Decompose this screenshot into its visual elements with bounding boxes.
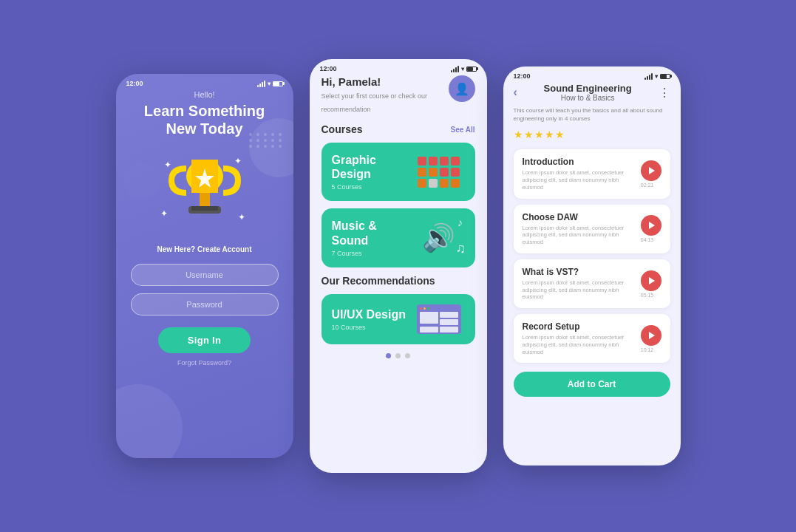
- sparkle-icon: ✦: [234, 156, 242, 166]
- lesson-title: Record Setup: [523, 321, 633, 332]
- course-title: Music & Sound: [332, 219, 413, 247]
- login-body: Hello! Learn Something New Today ✦ ✦ ✦ ✦: [116, 90, 293, 452]
- add-to-cart-button[interactable]: Add to Cart: [514, 372, 670, 397]
- sparkle-icon: ✦: [164, 160, 171, 170]
- sparkle-icon: ✦: [238, 212, 245, 222]
- lesson-item[interactable]: Introduction Lorem ipsum dolor sit amet,…: [514, 149, 670, 198]
- course-card-info: Music & Sound 7 Courses: [332, 219, 413, 256]
- greeting-subtitle: Select your first course or check ourrec…: [322, 92, 428, 113]
- status-time-1: 12:00: [126, 80, 143, 87]
- forgot-password-link[interactable]: Forgot Password?: [177, 359, 231, 366]
- lesson-duration: 04:13: [641, 237, 654, 242]
- course-card-info: Graphic Design 5 Courses: [332, 153, 413, 191]
- trophy-illustration: ✦ ✦ ✦ ✦: [160, 152, 249, 233]
- courses-body: Hi, Pamela! Select your first course or …: [310, 75, 487, 370]
- lesson-description: Lorem ipsum dolor sit amet, consectetuer…: [523, 279, 633, 301]
- carousel-dot-3[interactable]: [405, 353, 410, 358]
- course-title: Graphic Design: [332, 153, 413, 181]
- password-input[interactable]: [131, 293, 279, 316]
- rec-title: UI/UX Design: [332, 307, 413, 321]
- sparkle-icon: ✦: [160, 208, 168, 219]
- avatar: 👤: [449, 75, 475, 102]
- battery-icon: [660, 74, 670, 79]
- see-all-button[interactable]: See All: [451, 126, 475, 134]
- courses-title: Courses: [322, 123, 363, 135]
- course-count: 5 Courses: [332, 183, 413, 191]
- course-sub-title: How to & Basics: [517, 94, 659, 102]
- lesson-item[interactable]: Record Setup Lorem ipsum dolor sit amet,…: [514, 314, 670, 363]
- status-icons-3: ▾: [644, 73, 670, 80]
- status-icons-2: ▾: [451, 66, 477, 72]
- carousel-dots: [322, 353, 475, 358]
- lesson-duration: 02:21: [641, 183, 654, 188]
- uiux-illustration: [413, 304, 465, 334]
- lesson-item[interactable]: Choose DAW Lorem ipsum dolor sit amet, c…: [514, 205, 670, 253]
- course-rating: ★★★★★: [514, 129, 670, 140]
- rec-card-uiux[interactable]: UI/UX Design 10 Courses: [322, 294, 475, 344]
- course-card-info: UI/UX Design 10 Courses: [332, 307, 413, 331]
- status-time-3: 12:00: [514, 72, 531, 80]
- phone-courses: 12:00 ▾ Hi, Pamela! Select your first co…: [310, 59, 487, 473]
- svg-rect-3: [200, 193, 210, 206]
- course-header: Sound Engineering How to & Basics: [517, 83, 659, 102]
- lesson-duration: 10:12: [641, 347, 654, 352]
- lesson-title: What is VST?: [523, 267, 633, 277]
- lesson-duration: 05:15: [641, 293, 654, 298]
- wifi-icon: ▾: [461, 66, 464, 72]
- lesson-title: Introduction: [523, 157, 633, 167]
- lesson-description: Lorem ipsum dolor sit amet, consectetuer…: [523, 169, 633, 191]
- course-description: This course will teach you the basics an…: [514, 106, 670, 123]
- lesson-info: Choose DAW Lorem ipsum dolor sit amet, c…: [523, 212, 633, 246]
- status-bar-3: 12:00 ▾: [503, 66, 681, 83]
- course-card-graphic-design[interactable]: Graphic Design 5 Courses: [322, 143, 475, 201]
- hero-title: Learn Something New Today: [144, 102, 265, 137]
- carousel-dot-1[interactable]: [386, 353, 391, 358]
- recommendations-title: Our Recommendations: [322, 275, 435, 287]
- lesson-description: Lorem ipsum dolor sit amet, consectetuer…: [523, 225, 633, 246]
- greeting-name: Hi, Pamela!: [322, 75, 428, 88]
- signal-icon: [644, 73, 653, 80]
- courses-section-header: Courses See All: [322, 123, 475, 135]
- sign-in-button[interactable]: Sign In: [158, 327, 251, 353]
- new-here-text: New Here? Create Account: [157, 245, 251, 253]
- play-button[interactable]: [641, 270, 661, 291]
- graphic-design-icon: [413, 157, 465, 188]
- rec-count: 10 Courses: [332, 324, 413, 331]
- lesson-list: Introduction Lorem ipsum dolor sit amet,…: [514, 149, 670, 363]
- hello-text: Hello!: [194, 90, 214, 99]
- signal-icon: [257, 81, 265, 87]
- music-icon: 🔊 ♪ ♫: [413, 222, 465, 253]
- username-input[interactable]: [131, 264, 279, 286]
- play-button[interactable]: [641, 160, 661, 181]
- wifi-icon: ▾: [655, 73, 658, 80]
- play-button[interactable]: [641, 215, 661, 236]
- recommendations-section: Our Recommendations UI/UX Design 10 Cour…: [322, 275, 475, 344]
- lesson-info: Introduction Lorem ipsum dolor sit amet,…: [523, 157, 633, 191]
- carousel-dot-2[interactable]: [395, 353, 401, 358]
- phone-login: 12:00 ▾ Hello! Learn Something New Today…: [116, 74, 293, 458]
- course-navigation: ‹ Sound Engineering How to & Basics ⋮: [514, 83, 670, 102]
- status-bar-2: 12:00 ▾: [310, 59, 487, 75]
- lesson-info: Record Setup Lorem ipsum dolor sit amet,…: [523, 321, 633, 355]
- phones-container: 12:00 ▾ Hello! Learn Something New Today…: [101, 37, 695, 495]
- status-time-2: 12:00: [320, 65, 337, 72]
- course-main-title: Sound Engineering: [517, 83, 659, 94]
- course-detail-body: ‹ Sound Engineering How to & Basics ⋮ Th…: [503, 83, 681, 407]
- lesson-item[interactable]: What is VST? Lorem ipsum dolor sit amet,…: [514, 259, 670, 308]
- greeting-text: Hi, Pamela! Select your first course or …: [322, 75, 428, 115]
- play-button[interactable]: [641, 325, 661, 346]
- rec-section-header: Our Recommendations: [322, 275, 475, 287]
- signal-icon: [451, 66, 459, 72]
- more-options-button[interactable]: ⋮: [659, 86, 670, 100]
- course-count: 7 Courses: [332, 250, 413, 257]
- phone-course-detail: 12:00 ▾ ‹ Sound Engineering How to & Bas…: [503, 66, 681, 466]
- status-icons-1: ▾: [257, 81, 283, 87]
- status-bar-1: 12:00 ▾: [116, 74, 293, 90]
- lesson-description: Lorem ipsum dolor sit amet, consectetuer…: [523, 334, 633, 355]
- wifi-icon: ▾: [268, 81, 271, 87]
- course-card-music-sound[interactable]: Music & Sound 7 Courses 🔊 ♪ ♫: [322, 208, 475, 267]
- greeting-row: Hi, Pamela! Select your first course or …: [322, 75, 475, 115]
- battery-icon: [466, 66, 477, 72]
- lesson-title: Choose DAW: [523, 212, 633, 222]
- lesson-info: What is VST? Lorem ipsum dolor sit amet,…: [523, 267, 633, 301]
